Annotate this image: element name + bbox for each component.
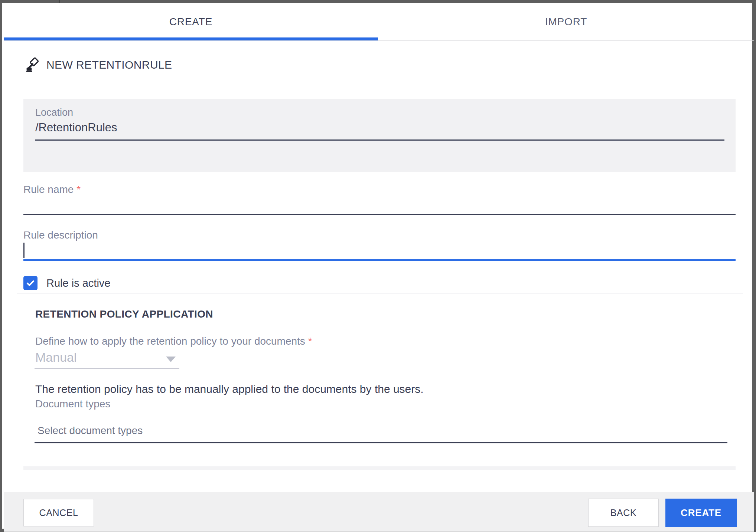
retention-policy-section-title: RETENTION POLICY APPLICATION	[35, 308, 213, 320]
rule-active-checkbox[interactable]	[23, 276, 38, 290]
apply-method-label-text: Define how to apply the retention policy…	[35, 335, 305, 347]
text-cursor	[23, 243, 25, 258]
apply-method-label: Define how to apply the retention policy…	[35, 335, 312, 347]
page-title: NEW RETENTIONRULE	[46, 59, 172, 71]
tab-bar-divider	[4, 40, 754, 41]
rule-name-label: Rule name *	[23, 184, 81, 196]
rule-name-label-text: Rule name	[23, 184, 74, 195]
tab-import-label: IMPORT	[545, 16, 587, 28]
document-types-label: Document types	[35, 398, 110, 410]
chevron-down-icon	[166, 357, 176, 362]
rule-active-checkbox-row[interactable]: Rule is active	[23, 276, 110, 290]
content-bottom-band	[23, 466, 736, 470]
active-tab-indicator	[4, 37, 378, 40]
section-divider	[17, 293, 743, 294]
rule-description-label: Rule description	[23, 229, 98, 241]
create-button-label: CREATE	[681, 507, 721, 519]
dialog-footer: CANCEL BACK CREATE	[4, 492, 754, 532]
tab-create[interactable]: CREATE	[4, 6, 378, 38]
checkmark-icon	[25, 278, 36, 288]
document-types-input[interactable]	[37, 424, 669, 437]
create-button[interactable]: CREATE	[665, 499, 737, 527]
back-button[interactable]: BACK	[588, 499, 659, 527]
apply-method-required-marker: *	[308, 335, 312, 347]
rule-name-required-marker: *	[76, 184, 81, 195]
back-button-label: BACK	[610, 508, 636, 518]
rule-active-label: Rule is active	[46, 277, 110, 289]
document-types-field[interactable]	[35, 419, 727, 443]
rule-description-input[interactable]	[23, 241, 736, 261]
screenshot-root: CREATE IMPORT NEW RETENTIONRULE Location	[0, 0, 756, 532]
tab-import[interactable]: IMPORT	[378, 6, 754, 38]
gavel-icon	[26, 58, 41, 73]
apply-method-select[interactable]: Manual	[35, 348, 179, 369]
location-value: /RetentionRules	[35, 121, 117, 134]
location-label: Location	[35, 107, 73, 118]
cancel-button[interactable]: CANCEL	[23, 499, 94, 526]
apply-method-value: Manual	[35, 350, 77, 365]
new-retention-rule-dialog: CREATE IMPORT NEW RETENTIONRULE Location	[2, 3, 752, 529]
apply-method-hint: The retention policy has to be manually …	[35, 383, 424, 395]
location-section: Location /RetentionRules	[23, 99, 736, 172]
cancel-button-label: CANCEL	[39, 508, 78, 518]
tab-create-label: CREATE	[169, 16, 212, 28]
rule-name-input[interactable]	[23, 196, 736, 215]
location-input[interactable]: /RetentionRules	[35, 119, 724, 141]
